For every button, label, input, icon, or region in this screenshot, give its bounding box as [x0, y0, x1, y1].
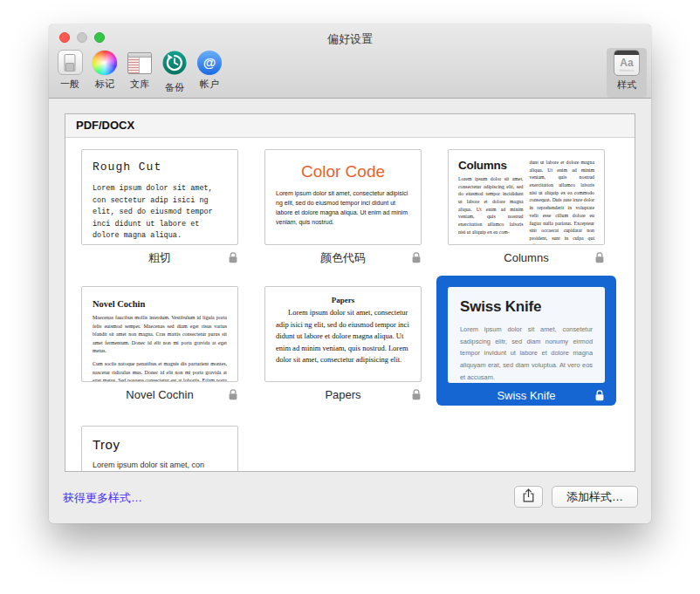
style-preview: Rough Cut Lorem ipsum dolor sit amet, co…	[81, 149, 238, 245]
style-preview: Novel Cochin Maecenas faucibus mollis in…	[81, 286, 238, 382]
preview-body: Lorem ipsum dolor sit amet, consetetur s…	[460, 324, 593, 383]
font-panel-icon-subtext: Helvetica	[614, 68, 639, 72]
time-machine-icon	[162, 51, 187, 79]
style-tile-papers[interactable]: Papers Lorem ipsum dolor sit amet, conse…	[253, 276, 433, 402]
style-tile-columns[interactable]: Columns Lorem ipsum dolor sit amet, cons…	[436, 139, 616, 265]
general-switch-icon	[58, 50, 83, 75]
preview-body: Lorem ipsum dolor sit amet, consectetur …	[276, 189, 410, 227]
preview-title: Swiss Knife	[460, 298, 593, 316]
lock-icon	[229, 388, 237, 404]
share-icon	[523, 488, 534, 505]
preview-body: Lorem ipsum dolor sit amet, con sectetur	[93, 461, 227, 471]
style-tile-rough-cut[interactable]: Rough Cut Lorem ipsum dolor sit amet, co…	[70, 139, 250, 265]
preview-title: Rough Cut	[93, 160, 227, 174]
preferences-content: PDF/DOCX Rough Cut Lorem ipsum dolor sit…	[49, 99, 651, 523]
toolbar-item-label: 帐户	[200, 78, 219, 91]
preview-body: Lorem ipsum dolor sit amet, consectetur …	[276, 307, 410, 366]
styles-grid[interactable]: Rough Cut Lorem ipsum dolor sit amet, co…	[65, 138, 635, 471]
preview-title: Papers	[276, 296, 410, 304]
styles-section: PDF/DOCX Rough Cut Lorem ipsum dolor sit…	[65, 113, 635, 472]
toolbar-item-label: 一般	[60, 78, 79, 91]
style-preview: Troy Lorem ipsum dolor sit amet, con sec…	[81, 426, 238, 471]
preview-body-right: dunt ut labore et dolore magna aliqua. U…	[530, 159, 595, 245]
style-preview: Columns Lorem ipsum dolor sit amet, cons…	[448, 149, 605, 245]
style-label: Novel Cochin	[126, 388, 193, 401]
toolbar-item-label: 备份	[165, 81, 184, 94]
window-title: 偏好设置	[49, 31, 651, 47]
style-tile-troy[interactable]: Troy Lorem ipsum dolor sit amet, con sec…	[70, 415, 250, 471]
style-preview: Swiss Knife Lorem ipsum dolor sit amet, …	[448, 287, 605, 383]
font-panel-icon-text: Aa	[614, 58, 639, 68]
style-label: 粗切	[148, 251, 171, 264]
preview-title: Troy	[93, 437, 227, 452]
toolbar-item-backup[interactable]: 备份	[159, 50, 190, 94]
toolbar-item-styles[interactable]: Aa Helvetica 样式	[607, 48, 647, 98]
section-header: PDF/DOCX	[65, 114, 635, 138]
get-more-styles-link[interactable]: 获得更多样式…	[63, 490, 142, 506]
toolbar-item-library[interactable]: 文库	[124, 50, 155, 94]
toolbar-item-accounts[interactable]: @ 帐户	[194, 50, 225, 94]
toolbar-item-tags[interactable]: 标记	[89, 50, 120, 94]
font-panel-icon-bar	[614, 51, 639, 55]
style-tile-color-code[interactable]: Color Code Lorem ipsum dolor sit amet, c…	[253, 139, 433, 265]
library-icon	[127, 52, 152, 74]
font-panel-icon: Aa Helvetica	[614, 50, 640, 76]
preview-body-p1: Maecenas faucibus mollis interdum. Vesti…	[93, 314, 227, 356]
style-label: 颜色代码	[320, 251, 366, 264]
preview-title: Novel Cochin	[93, 299, 227, 309]
lock-icon	[412, 251, 421, 267]
toolbar: 一般 标记 文库	[54, 50, 225, 94]
share-button[interactable]	[514, 486, 543, 508]
style-label: Papers	[325, 388, 360, 401]
add-style-button[interactable]: 添加样式…	[552, 486, 638, 508]
preview-body: Lorem ipsum dolor sit amet, con sectetur…	[93, 183, 227, 242]
style-label: Columns	[504, 251, 548, 264]
lock-icon	[229, 251, 237, 267]
titlebar-toolbar: 偏好设置 一般 标记 文库	[49, 24, 651, 99]
toolbar-item-label: 文库	[130, 78, 149, 91]
style-tile-novel-cochin[interactable]: Novel Cochin Maecenas faucibus mollis in…	[70, 276, 250, 402]
preview-body-p2: Cum sociis natoque penatibus et magnis d…	[93, 360, 227, 382]
style-tile-swiss-knife[interactable]: Swiss Knife Lorem ipsum dolor sit amet, …	[436, 276, 616, 406]
toolbar-item-label: 标记	[95, 78, 114, 91]
preview-body-left: Lorem ipsum dolor sit amet, consectetur …	[458, 175, 524, 236]
preferences-window: 偏好设置 一般 标记 文库	[49, 24, 651, 523]
style-preview: Papers Lorem ipsum dolor sit amet, conse…	[264, 286, 422, 382]
toolbar-item-label: 样式	[617, 79, 636, 92]
style-label: Swiss Knife	[497, 389, 555, 402]
toolbar-item-general[interactable]: 一般	[54, 50, 86, 94]
lock-icon	[595, 251, 604, 267]
lock-icon	[412, 388, 421, 404]
color-wheel-icon	[93, 51, 117, 75]
at-sign-icon: @	[197, 51, 222, 75]
lock-icon	[595, 389, 604, 405]
preview-title: Color Code	[276, 162, 410, 181]
preview-title: Columns	[458, 159, 524, 172]
style-preview: Color Code Lorem ipsum dolor sit amet, c…	[264, 149, 422, 245]
